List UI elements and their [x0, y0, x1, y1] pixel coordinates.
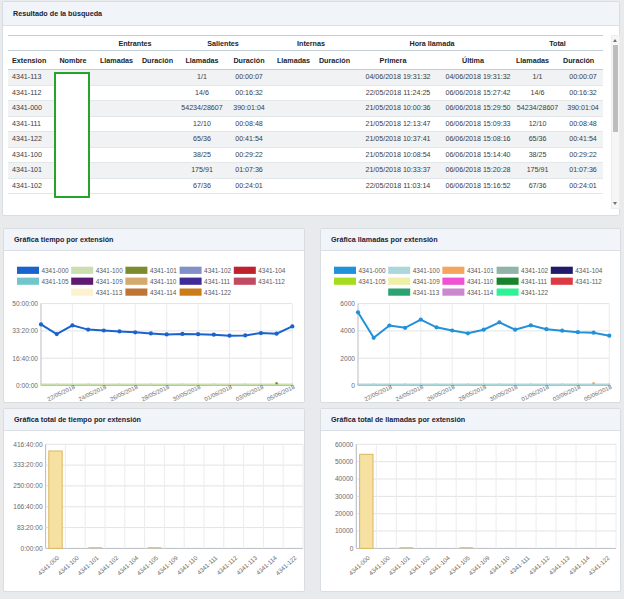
svg-text:166:40:00: 166:40:00	[13, 503, 43, 510]
svg-text:40000: 40000	[335, 475, 354, 482]
svg-text:05/06/2018: 05/06/2018	[583, 384, 613, 403]
svg-text:24/05/2018: 24/05/2018	[78, 384, 108, 403]
svg-text:4341-101: 4341-101	[150, 267, 177, 274]
svg-text:01/06/2018: 01/06/2018	[520, 384, 550, 403]
svg-text:4341-109: 4341-109	[96, 278, 123, 285]
svg-text:30/05/2018: 30/05/2018	[172, 384, 202, 403]
svg-text:4341-102: 4341-102	[521, 267, 548, 274]
svg-text:4341-105: 4341-105	[42, 278, 69, 285]
svg-text:28/05/2018: 28/05/2018	[458, 384, 488, 403]
svg-text:4341-100: 4341-100	[96, 267, 123, 274]
svg-text:4341-100: 4341-100	[413, 267, 440, 274]
svg-text:4341-110: 4341-110	[150, 278, 177, 285]
svg-text:4341-102: 4341-102	[204, 267, 231, 274]
svg-text:4341-000: 4341-000	[359, 267, 386, 274]
svg-text:30/05/2018: 30/05/2018	[489, 384, 519, 403]
svg-text:22/05/2018: 22/05/2018	[363, 384, 393, 403]
svg-text:0: 0	[351, 382, 355, 389]
svg-text:416:40:00: 416:40:00	[13, 441, 43, 448]
svg-text:22/05/2018: 22/05/2018	[46, 384, 76, 403]
svg-text:4341-000: 4341-000	[42, 267, 69, 274]
svg-text:16:40:00: 16:40:00	[12, 355, 38, 362]
svg-text:83:20:00: 83:20:00	[17, 524, 43, 531]
svg-text:4341-104: 4341-104	[575, 267, 602, 274]
svg-text:0:00:00: 0:00:00	[16, 382, 38, 389]
svg-text:4341-122: 4341-122	[587, 554, 611, 577]
svg-text:4341-105: 4341-105	[359, 278, 386, 285]
svg-text:4341-114: 4341-114	[467, 289, 494, 296]
svg-text:30000: 30000	[335, 493, 354, 500]
svg-text:4341-101: 4341-101	[467, 267, 494, 274]
svg-text:4000: 4000	[340, 327, 355, 334]
svg-text:28/05/2018: 28/05/2018	[141, 384, 171, 403]
svg-text:4341-109: 4341-109	[413, 278, 440, 285]
svg-text:4341-110: 4341-110	[487, 554, 511, 577]
svg-text:4341-113: 4341-113	[413, 289, 440, 296]
svg-text:10000: 10000	[335, 527, 354, 534]
svg-text:4341-114: 4341-114	[150, 289, 177, 296]
svg-text:01/06/2018: 01/06/2018	[203, 384, 233, 403]
svg-text:24/05/2018: 24/05/2018	[395, 384, 425, 403]
svg-text:4341-112: 4341-112	[575, 278, 602, 285]
svg-text:4341-109: 4341-109	[155, 554, 179, 577]
svg-text:4341-111: 4341-111	[204, 278, 231, 285]
svg-text:26/05/2018: 26/05/2018	[426, 384, 456, 403]
svg-text:4341-111: 4341-111	[521, 278, 548, 285]
svg-text:33:20:00: 33:20:00	[12, 327, 38, 334]
svg-text:4341-110: 4341-110	[467, 278, 494, 285]
svg-text:4341-112: 4341-112	[258, 278, 285, 285]
svg-text:2000: 2000	[340, 355, 355, 362]
svg-text:4341-122: 4341-122	[521, 289, 548, 296]
svg-text:26/05/2018: 26/05/2018	[109, 384, 139, 403]
svg-text:4341-122: 4341-122	[204, 289, 231, 296]
svg-text:6000: 6000	[340, 300, 355, 307]
svg-text:0:00:00: 0:00:00	[21, 545, 43, 552]
svg-text:4341-122: 4341-122	[274, 554, 298, 577]
svg-text:50:00:00: 50:00:00	[12, 300, 38, 307]
svg-text:20000: 20000	[335, 510, 354, 517]
svg-text:4341-110: 4341-110	[175, 554, 199, 577]
svg-text:0: 0	[350, 545, 354, 552]
svg-text:60000: 60000	[335, 441, 354, 448]
svg-text:03/06/2018: 03/06/2018	[552, 384, 582, 403]
svg-text:4341-104: 4341-104	[258, 267, 285, 274]
svg-text:03/06/2018: 03/06/2018	[235, 384, 265, 403]
svg-text:333:20:00: 333:20:00	[13, 461, 43, 468]
svg-text:250:00:00: 250:00:00	[13, 482, 43, 489]
svg-text:4341-109: 4341-109	[467, 554, 491, 577]
svg-text:50000: 50000	[335, 458, 354, 465]
svg-text:05/06/2018: 05/06/2018	[266, 384, 296, 403]
svg-text:4341-113: 4341-113	[96, 289, 123, 296]
